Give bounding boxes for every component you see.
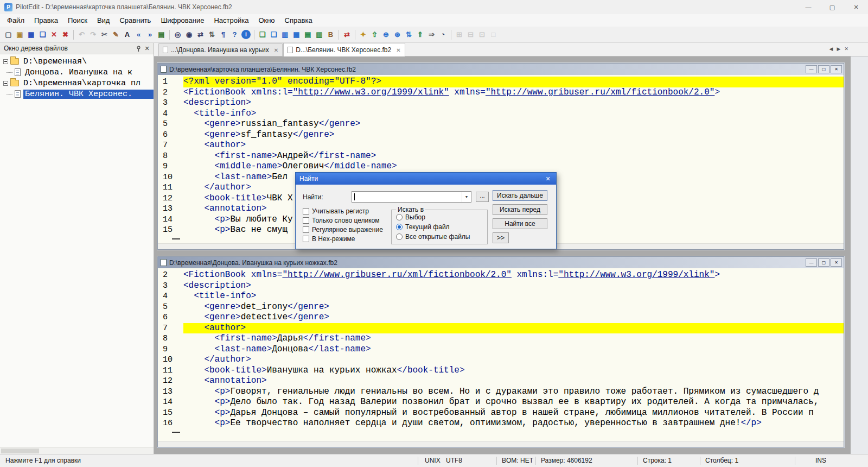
tab[interactable]: D...\Белянин. ЧВК Херсонес.fb2✕ [283, 43, 405, 56]
code-line[interactable]: 3<description> [158, 98, 844, 109]
tab-scroll-left-icon[interactable]: ◀ [829, 46, 833, 52]
tree-item[interactable]: D:\временная\карточка пл [0, 78, 154, 89]
tree-hscrollbar[interactable] [0, 447, 154, 454]
menu-item[interactable]: Правка [29, 15, 63, 26]
code-line[interactable]: 16 <p>Ее творчество наполняет сердца и д… [158, 418, 844, 429]
find-all-button[interactable]: Найти все [493, 218, 547, 229]
scope-option[interactable]: Все открытые файлы [396, 232, 470, 242]
radio-icon[interactable] [396, 214, 403, 220]
code-line[interactable]: 3<description> [158, 281, 844, 292]
code-line[interactable]: 5 <genre>russian_fantasy</genre> [158, 119, 844, 130]
tree-item[interactable]: D:\временная\ [0, 56, 154, 67]
child-close-button[interactable]: ✕ [831, 65, 842, 73]
tree-item[interactable]: Донцова. Иванушка на к [0, 67, 154, 78]
checkbox-icon[interactable] [303, 208, 309, 214]
next-bookmark-icon[interactable]: » [144, 29, 156, 41]
tab-scroll-right-icon[interactable]: ▶ [837, 46, 841, 52]
checkbox-icon[interactable] [303, 226, 309, 233]
zoom-icon[interactable]: ◔ [437, 29, 449, 41]
code-line[interactable]: 7 <author> [158, 140, 844, 151]
checkbox-icon[interactable] [303, 217, 309, 224]
find-prev-button[interactable]: Искать перед [493, 204, 547, 215]
child-minimize-button[interactable]: — [806, 65, 817, 73]
code-line[interactable]: 4 <title-info> [158, 109, 844, 119]
replace-icon[interactable]: ⇄ [195, 29, 206, 41]
web-search-icon[interactable]: ⊛ [392, 29, 403, 41]
code-area[interactable]: 2<FictionBook xmlns="http://www.gribuser… [158, 268, 844, 441]
code-line[interactable]: 6 <genre>detective</genre> [158, 312, 844, 323]
code-line[interactable]: 11 <book-title>Иванушка на курьих ножках… [158, 365, 844, 376]
save-all-icon[interactable]: ❏ [37, 29, 48, 41]
code-line[interactable]: 9 <middle-name>Олегович</middle-name> [158, 161, 844, 172]
editor-hscrollbar[interactable] [158, 441, 844, 447]
scope-option[interactable]: Текущий файл [396, 222, 470, 232]
radio-icon[interactable] [396, 234, 403, 240]
window-close-button[interactable]: ✕ [844, 0, 868, 14]
paste-from-file-icon[interactable]: ❏ [268, 29, 279, 41]
menu-item[interactable]: Окно [253, 15, 279, 26]
child-minimize-button[interactable]: — [806, 258, 817, 267]
menu-item[interactable]: Вид [92, 15, 115, 26]
prev-bookmark-icon[interactable]: « [133, 29, 144, 41]
sort-lines-icon[interactable]: ⇅ [206, 29, 218, 41]
code-line[interactable]: 2<FictionBook xmlns="http://www.gribuser… [158, 270, 844, 281]
find-option[interactable]: Только слово целиком [303, 216, 383, 225]
tree-expander-icon[interactable] [3, 81, 8, 86]
find-in-files-icon[interactable]: ◉ [183, 29, 195, 41]
menu-item[interactable]: Справка [280, 15, 317, 26]
edit-pen-icon[interactable]: ✎ [110, 29, 122, 41]
file-group-b-icon[interactable]: ▦ [291, 29, 302, 41]
dialog-close-icon[interactable]: ✕ [544, 175, 552, 182]
code-line[interactable]: 13 <p>Говорят, гениальные люди гениальны… [158, 387, 844, 397]
about-info-icon[interactable]: i [240, 29, 252, 41]
menu-item[interactable]: Настройка [209, 15, 253, 26]
help-icon[interactable]: ? [229, 29, 240, 41]
menu-item[interactable]: Файл [2, 15, 29, 26]
close-panel-icon[interactable]: ✕ [143, 44, 151, 53]
cut-icon[interactable]: ✂ [99, 29, 110, 41]
scope-option[interactable]: Выбор [396, 212, 470, 222]
child-close-button[interactable]: ✕ [831, 258, 842, 267]
show-whitespace-icon[interactable]: ¶ [218, 29, 229, 41]
code-line[interactable]: 8 <first-name>Дарья</first-name> [158, 333, 844, 344]
editor-titlebar[interactable]: D:\временная\карточка планшета\Белянин. … [158, 64, 844, 75]
file-group-a-icon[interactable]: ▥ [279, 29, 291, 41]
tab-close-icon[interactable]: ✕ [844, 46, 848, 52]
menu-item[interactable]: Сравнить [114, 15, 156, 26]
menu-item[interactable]: Шифрование [156, 15, 209, 26]
code-line[interactable]: 8 <first-name>Андрей</first-name> [158, 151, 844, 162]
tab[interactable]: ...\Донцова. Иванушка на курьих✕ [158, 43, 283, 56]
code-line[interactable]: 6 <genre>sf_fantasy</genre> [158, 130, 844, 141]
combo-dropdown-icon[interactable]: ▼ [462, 192, 471, 202]
code-line[interactable]: 1<?xml version="1.0" encoding="UTF-8"?> [158, 77, 844, 87]
find-icon[interactable]: ◎ [172, 29, 183, 41]
column-insert-icon[interactable]: ▥ [314, 29, 325, 41]
close-file-icon[interactable]: ✕ [48, 29, 60, 41]
find-option[interactable]: Учитывать регистр [303, 206, 383, 216]
find-input[interactable]: ▼ [352, 191, 471, 203]
window-maximize-button[interactable]: ▢ [820, 0, 844, 14]
code-line[interactable]: 5 <genre>det_irony</genre> [158, 302, 844, 313]
tree-expander-icon[interactable] [3, 59, 8, 64]
editor-titlebar[interactable]: D:\временная\Донцова. Иванушка на курьих… [158, 257, 844, 268]
encrypt-file-icon[interactable]: ✦ [358, 29, 369, 41]
window-minimize-button[interactable]: — [796, 0, 820, 14]
scrollbar-thumb[interactable] [1, 449, 39, 453]
open-in-browser-icon[interactable]: ⊕ [380, 29, 392, 41]
export-text-icon[interactable]: ▤ [156, 29, 167, 41]
code-line[interactable]: 4 <title-info> [158, 291, 844, 302]
tab-close-icon[interactable]: ✕ [396, 47, 400, 53]
code-line[interactable]: 10 </author> [158, 355, 844, 365]
upload-icon[interactable]: ⇑ [414, 29, 426, 41]
code-line[interactable]: 15 <p>Дарья Донцова – самый популярный и… [158, 408, 844, 419]
font-icon[interactable]: A [122, 29, 133, 41]
code-line[interactable]: 14 <p>Дело было так. Год назад Валерии п… [158, 397, 844, 408]
browse-button[interactable]: ... [476, 192, 489, 202]
sort-az-icon[interactable]: ⇅ [403, 29, 414, 41]
checkbox-icon[interactable] [303, 236, 309, 242]
find-dialog-titlebar[interactable]: Найти ✕ [296, 173, 556, 185]
find-next-button[interactable]: Искать дальше [493, 190, 547, 201]
code-line[interactable]: 9 <last-name>Донцова</last-name> [158, 344, 844, 355]
copy-to-file-icon[interactable]: ❏ [257, 29, 268, 41]
find-option[interactable]: В Hex-режиме [303, 234, 383, 243]
